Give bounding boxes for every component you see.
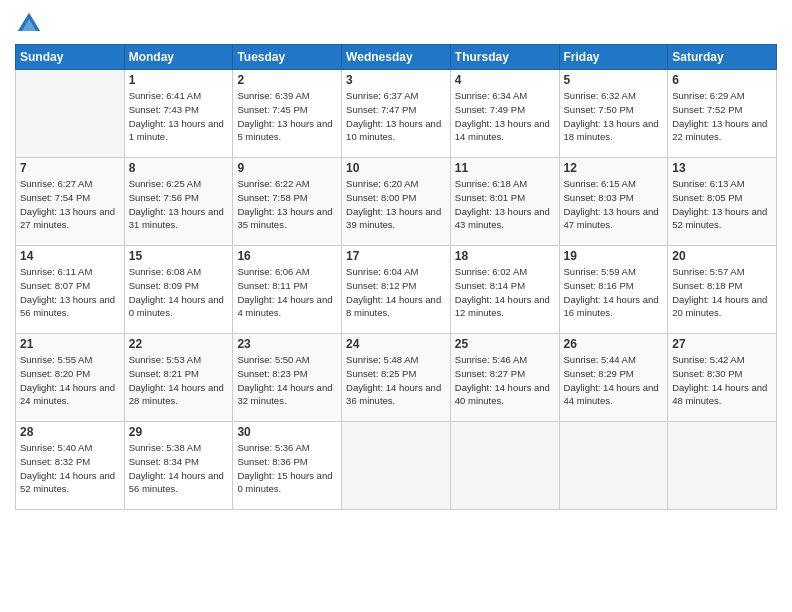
day-info: Sunrise: 6:22 AMSunset: 7:58 PMDaylight:…	[237, 177, 337, 232]
calendar-cell	[559, 422, 668, 510]
day-info: Sunrise: 6:18 AMSunset: 8:01 PMDaylight:…	[455, 177, 555, 232]
day-number: 8	[129, 161, 229, 175]
day-info: Sunrise: 6:37 AMSunset: 7:47 PMDaylight:…	[346, 89, 446, 144]
calendar-week-row: 28Sunrise: 5:40 AMSunset: 8:32 PMDayligh…	[16, 422, 777, 510]
day-info: Sunrise: 6:11 AMSunset: 8:07 PMDaylight:…	[20, 265, 120, 320]
weekday-header: Saturday	[668, 45, 777, 70]
calendar-cell	[668, 422, 777, 510]
day-number: 20	[672, 249, 772, 263]
day-number: 28	[20, 425, 120, 439]
day-info: Sunrise: 6:25 AMSunset: 7:56 PMDaylight:…	[129, 177, 229, 232]
logo	[15, 10, 47, 38]
calendar-cell: 27Sunrise: 5:42 AMSunset: 8:30 PMDayligh…	[668, 334, 777, 422]
day-number: 15	[129, 249, 229, 263]
weekday-header: Thursday	[450, 45, 559, 70]
day-info: Sunrise: 6:02 AMSunset: 8:14 PMDaylight:…	[455, 265, 555, 320]
day-number: 6	[672, 73, 772, 87]
day-number: 10	[346, 161, 446, 175]
weekday-header: Monday	[124, 45, 233, 70]
day-info: Sunrise: 6:15 AMSunset: 8:03 PMDaylight:…	[564, 177, 664, 232]
calendar-cell: 6Sunrise: 6:29 AMSunset: 7:52 PMDaylight…	[668, 70, 777, 158]
calendar-week-row: 21Sunrise: 5:55 AMSunset: 8:20 PMDayligh…	[16, 334, 777, 422]
weekday-header: Wednesday	[342, 45, 451, 70]
day-number: 13	[672, 161, 772, 175]
day-number: 27	[672, 337, 772, 351]
calendar-cell	[16, 70, 125, 158]
day-number: 14	[20, 249, 120, 263]
calendar-cell: 25Sunrise: 5:46 AMSunset: 8:27 PMDayligh…	[450, 334, 559, 422]
calendar-cell: 5Sunrise: 6:32 AMSunset: 7:50 PMDaylight…	[559, 70, 668, 158]
day-info: Sunrise: 5:53 AMSunset: 8:21 PMDaylight:…	[129, 353, 229, 408]
weekday-header: Friday	[559, 45, 668, 70]
day-number: 19	[564, 249, 664, 263]
calendar-cell: 22Sunrise: 5:53 AMSunset: 8:21 PMDayligh…	[124, 334, 233, 422]
day-info: Sunrise: 5:44 AMSunset: 8:29 PMDaylight:…	[564, 353, 664, 408]
day-info: Sunrise: 5:55 AMSunset: 8:20 PMDaylight:…	[20, 353, 120, 408]
calendar-cell: 18Sunrise: 6:02 AMSunset: 8:14 PMDayligh…	[450, 246, 559, 334]
day-number: 26	[564, 337, 664, 351]
calendar-cell: 9Sunrise: 6:22 AMSunset: 7:58 PMDaylight…	[233, 158, 342, 246]
calendar-cell: 30Sunrise: 5:36 AMSunset: 8:36 PMDayligh…	[233, 422, 342, 510]
day-info: Sunrise: 5:40 AMSunset: 8:32 PMDaylight:…	[20, 441, 120, 496]
day-number: 11	[455, 161, 555, 175]
calendar-cell: 4Sunrise: 6:34 AMSunset: 7:49 PMDaylight…	[450, 70, 559, 158]
calendar-cell	[342, 422, 451, 510]
calendar-cell: 7Sunrise: 6:27 AMSunset: 7:54 PMDaylight…	[16, 158, 125, 246]
calendar-week-row: 7Sunrise: 6:27 AMSunset: 7:54 PMDaylight…	[16, 158, 777, 246]
calendar-cell: 11Sunrise: 6:18 AMSunset: 8:01 PMDayligh…	[450, 158, 559, 246]
day-number: 1	[129, 73, 229, 87]
calendar-week-row: 14Sunrise: 6:11 AMSunset: 8:07 PMDayligh…	[16, 246, 777, 334]
calendar-cell: 23Sunrise: 5:50 AMSunset: 8:23 PMDayligh…	[233, 334, 342, 422]
day-info: Sunrise: 6:41 AMSunset: 7:43 PMDaylight:…	[129, 89, 229, 144]
day-info: Sunrise: 5:57 AMSunset: 8:18 PMDaylight:…	[672, 265, 772, 320]
day-number: 4	[455, 73, 555, 87]
day-info: Sunrise: 6:20 AMSunset: 8:00 PMDaylight:…	[346, 177, 446, 232]
day-info: Sunrise: 5:36 AMSunset: 8:36 PMDaylight:…	[237, 441, 337, 496]
calendar-cell: 13Sunrise: 6:13 AMSunset: 8:05 PMDayligh…	[668, 158, 777, 246]
calendar-cell: 10Sunrise: 6:20 AMSunset: 8:00 PMDayligh…	[342, 158, 451, 246]
day-info: Sunrise: 6:08 AMSunset: 8:09 PMDaylight:…	[129, 265, 229, 320]
day-number: 29	[129, 425, 229, 439]
day-info: Sunrise: 6:32 AMSunset: 7:50 PMDaylight:…	[564, 89, 664, 144]
day-number: 12	[564, 161, 664, 175]
calendar-cell: 2Sunrise: 6:39 AMSunset: 7:45 PMDaylight…	[233, 70, 342, 158]
day-number: 21	[20, 337, 120, 351]
day-info: Sunrise: 6:29 AMSunset: 7:52 PMDaylight:…	[672, 89, 772, 144]
day-number: 5	[564, 73, 664, 87]
calendar-week-row: 1Sunrise: 6:41 AMSunset: 7:43 PMDaylight…	[16, 70, 777, 158]
day-info: Sunrise: 6:27 AMSunset: 7:54 PMDaylight:…	[20, 177, 120, 232]
calendar-cell: 19Sunrise: 5:59 AMSunset: 8:16 PMDayligh…	[559, 246, 668, 334]
calendar-cell: 17Sunrise: 6:04 AMSunset: 8:12 PMDayligh…	[342, 246, 451, 334]
calendar-cell: 1Sunrise: 6:41 AMSunset: 7:43 PMDaylight…	[124, 70, 233, 158]
day-info: Sunrise: 6:04 AMSunset: 8:12 PMDaylight:…	[346, 265, 446, 320]
day-info: Sunrise: 5:42 AMSunset: 8:30 PMDaylight:…	[672, 353, 772, 408]
day-number: 23	[237, 337, 337, 351]
day-number: 18	[455, 249, 555, 263]
calendar-header-row: SundayMondayTuesdayWednesdayThursdayFrid…	[16, 45, 777, 70]
calendar-cell: 14Sunrise: 6:11 AMSunset: 8:07 PMDayligh…	[16, 246, 125, 334]
calendar-cell: 21Sunrise: 5:55 AMSunset: 8:20 PMDayligh…	[16, 334, 125, 422]
day-number: 25	[455, 337, 555, 351]
day-info: Sunrise: 5:38 AMSunset: 8:34 PMDaylight:…	[129, 441, 229, 496]
day-info: Sunrise: 5:46 AMSunset: 8:27 PMDaylight:…	[455, 353, 555, 408]
calendar-cell: 16Sunrise: 6:06 AMSunset: 8:11 PMDayligh…	[233, 246, 342, 334]
calendar-cell: 3Sunrise: 6:37 AMSunset: 7:47 PMDaylight…	[342, 70, 451, 158]
calendar-cell: 26Sunrise: 5:44 AMSunset: 8:29 PMDayligh…	[559, 334, 668, 422]
calendar-cell: 20Sunrise: 5:57 AMSunset: 8:18 PMDayligh…	[668, 246, 777, 334]
day-number: 9	[237, 161, 337, 175]
weekday-header: Tuesday	[233, 45, 342, 70]
page: SundayMondayTuesdayWednesdayThursdayFrid…	[0, 0, 792, 612]
calendar-cell: 12Sunrise: 6:15 AMSunset: 8:03 PMDayligh…	[559, 158, 668, 246]
day-info: Sunrise: 5:48 AMSunset: 8:25 PMDaylight:…	[346, 353, 446, 408]
day-number: 22	[129, 337, 229, 351]
day-number: 7	[20, 161, 120, 175]
day-info: Sunrise: 5:59 AMSunset: 8:16 PMDaylight:…	[564, 265, 664, 320]
logo-icon	[15, 10, 43, 38]
day-info: Sunrise: 6:06 AMSunset: 8:11 PMDaylight:…	[237, 265, 337, 320]
day-info: Sunrise: 5:50 AMSunset: 8:23 PMDaylight:…	[237, 353, 337, 408]
calendar: SundayMondayTuesdayWednesdayThursdayFrid…	[15, 44, 777, 510]
calendar-cell: 15Sunrise: 6:08 AMSunset: 8:09 PMDayligh…	[124, 246, 233, 334]
day-number: 3	[346, 73, 446, 87]
day-number: 24	[346, 337, 446, 351]
day-info: Sunrise: 6:39 AMSunset: 7:45 PMDaylight:…	[237, 89, 337, 144]
